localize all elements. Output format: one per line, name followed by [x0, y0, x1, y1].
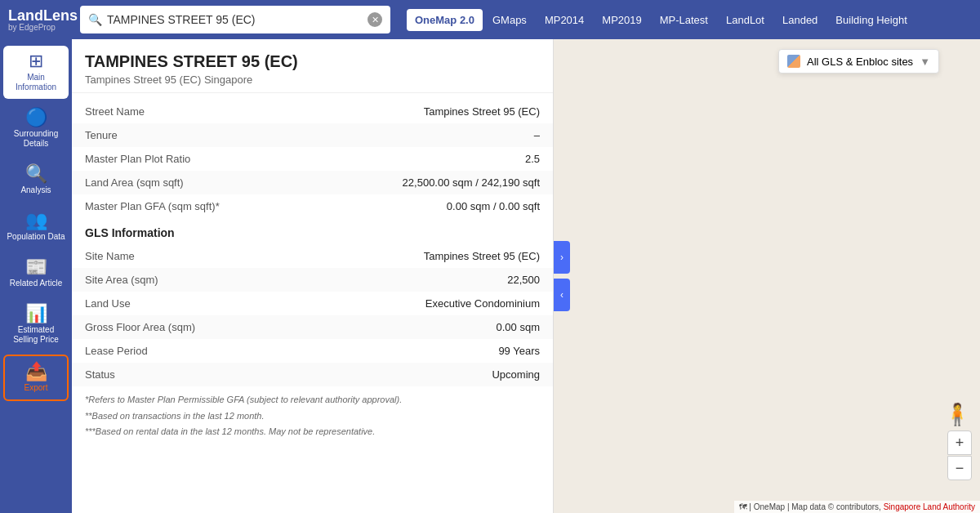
nav-tabs: OneMap 2.0 GMaps MP2014 MP2019 MP-Latest…: [407, 9, 915, 31]
sidebar-label-main-information: Main Information: [7, 73, 65, 92]
sidebar: ⊞ Main Information 🔵 Surrounding Details…: [0, 39, 72, 513]
footnotes: *Refers to Master Plan Permissible GFA (…: [72, 386, 553, 448]
tab-mp2019[interactable]: MP2019: [594, 9, 649, 31]
tab-landlot[interactable]: LandLot: [718, 9, 773, 31]
sidebar-item-related-article[interactable]: 📰 Related Article: [3, 252, 69, 295]
gls-section-header: GLS Information: [72, 218, 553, 244]
info-title: TAMPINES STREET 95 (EC): [85, 52, 540, 71]
main-layout: ⊞ Main Information 🔵 Surrounding Details…: [0, 39, 980, 513]
analysis-icon: 🔍: [25, 165, 47, 183]
gls-label-1: Site Area (sqm): [72, 268, 336, 292]
gls-value-0: Tampines Street 95 (EC): [336, 244, 553, 268]
gls-label-4: Lease Period: [72, 339, 336, 363]
gls-row-0: Site NameTampines Street 95 (EC): [72, 244, 553, 268]
gls-label-5: Status: [72, 363, 336, 386]
basic-label-2: Master Plan Plot Ratio: [72, 147, 336, 171]
basic-row-0: Street NameTampines Street 95 (EC): [72, 100, 553, 123]
basic-label-3: Land Area (sqm sqft): [72, 171, 336, 194]
article-icon: 📰: [25, 258, 47, 276]
basic-row-1: Tenure–: [72, 123, 553, 147]
tab-gmaps[interactable]: GMaps: [484, 9, 535, 31]
info-panel: TAMPINES STREET 95 (EC) Tampines Street …: [72, 39, 554, 513]
panel-expand-button[interactable]: ›: [554, 241, 570, 274]
tab-onemap[interactable]: OneMap 2.0: [407, 9, 483, 31]
gls-row-4: Lease Period99 Years: [72, 339, 553, 363]
map-background: [554, 39, 980, 513]
zoom-controls: + −: [947, 430, 972, 480]
search-bar[interactable]: 🔍 ✕: [80, 6, 390, 33]
map-attribution: 🗺 | OneMap | Map data © contributors, Si…: [734, 501, 980, 513]
map-area[interactable]: 6.4m 129.7m 196.7m 157.3m 107.7m Tampine…: [554, 39, 980, 513]
gls-row-3: Gross Floor Area (sqm)0.00 sqm: [72, 315, 553, 339]
gls-row-2: Land UseExecutive Condominium: [72, 292, 553, 315]
brand-sub: by EdgeProp: [8, 23, 64, 32]
search-clear-button[interactable]: ✕: [368, 12, 382, 27]
brand-name: LandLens: [8, 8, 64, 23]
tab-building-height[interactable]: Building Height: [827, 9, 915, 31]
sidebar-label-related-article: Related Article: [10, 279, 62, 288]
gls-dropdown-chevron: ▼: [920, 56, 930, 68]
tab-landed[interactable]: Landed: [774, 9, 826, 31]
basic-row-3: Land Area (sqm sqft)22,500.00 sqm / 242,…: [72, 171, 553, 194]
gls-dropdown[interactable]: All GLS & Enbloc sites ▼: [778, 49, 939, 74]
sidebar-item-main-information[interactable]: ⊞ Main Information: [3, 46, 69, 99]
street-view-pegman[interactable]: 🧍: [944, 402, 970, 427]
gls-value-5: Upcoming: [336, 363, 553, 386]
info-subtitle: Tampines Street 95 (EC) Singapore: [85, 74, 540, 86]
search-input[interactable]: [107, 13, 368, 26]
footnote-1: **Based on transactions in the last 12 m…: [85, 409, 540, 424]
gls-label-3: Gross Floor Area (sqm): [72, 315, 336, 339]
basic-value-2: 2.5: [336, 147, 553, 171]
surrounding-icon: 🔵: [25, 109, 47, 127]
gls-dropdown-label: All GLS & Enbloc sites: [807, 56, 913, 68]
info-header: TAMPINES STREET 95 (EC) Tampines Street …: [72, 39, 553, 93]
tab-mp-latest[interactable]: MP-Latest: [652, 9, 716, 31]
sidebar-label-export: Export: [24, 383, 48, 393]
gls-color-indicator: [787, 55, 800, 68]
population-icon: 👥: [25, 212, 47, 230]
sidebar-item-analysis[interactable]: 🔍 Analysis: [3, 158, 69, 202]
gls-info-table: Site NameTampines Street 95 (EC)Site Are…: [72, 244, 553, 386]
basic-value-0: Tampines Street 95 (EC): [336, 100, 553, 123]
panel-toggles: › ‹: [554, 241, 570, 311]
sidebar-label-estimated-selling-price: Estimated Selling Price: [7, 325, 65, 345]
basic-value-1: –: [336, 123, 553, 147]
sidebar-item-export[interactable]: 📤 Export: [3, 355, 69, 401]
sidebar-item-surrounding-details[interactable]: 🔵 Surrounding Details: [3, 102, 69, 155]
sidebar-item-estimated-selling-price[interactable]: 📊 Estimated Selling Price: [3, 298, 69, 351]
gls-value-4: 99 Years: [336, 339, 553, 363]
basic-value-3: 22,500.00 sqm / 242,190 sqft: [336, 171, 553, 194]
basic-value-4: 0.00 sqm / 0.00 sqft: [336, 194, 553, 218]
gls-value-3: 0.00 sqm: [336, 315, 553, 339]
basic-label-1: Tenure: [72, 123, 336, 147]
sidebar-label-surrounding-details: Surrounding Details: [7, 129, 65, 149]
gls-value-2: Executive Condominium: [336, 292, 553, 315]
home-icon: ⊞: [29, 52, 43, 70]
attribution-link[interactable]: Singapore Land Authority: [884, 502, 975, 511]
brand-logo: LandLens by EdgeProp: [0, 8, 72, 32]
gls-label-0: Site Name: [72, 244, 336, 268]
basic-label-0: Street Name: [72, 100, 336, 123]
sidebar-label-analysis: Analysis: [20, 185, 51, 195]
tab-mp2014[interactable]: MP2014: [537, 9, 592, 31]
gls-row-5: StatusUpcoming: [72, 363, 553, 386]
gls-label-2: Land Use: [72, 292, 336, 315]
zoom-in-button[interactable]: +: [947, 430, 972, 455]
zoom-out-button[interactable]: −: [947, 456, 972, 480]
basic-info-table: Street NameTampines Street 95 (EC)Tenure…: [72, 100, 553, 218]
basic-row-2: Master Plan Plot Ratio2.5: [72, 147, 553, 171]
gls-row-1: Site Area (sqm)22,500: [72, 268, 553, 292]
search-icon: 🔍: [88, 13, 102, 26]
sidebar-item-population-data[interactable]: 👥 Population Data: [3, 205, 69, 248]
svg-rect-0: [554, 39, 980, 513]
footnote-2: ***Based on rental data in the last 12 m…: [85, 425, 540, 439]
panel-collapse-button[interactable]: ‹: [554, 279, 570, 311]
basic-label-4: Master Plan GFA (sqm sqft)*: [72, 194, 336, 218]
info-scroll-area[interactable]: Street NameTampines Street 95 (EC)Tenure…: [72, 93, 553, 513]
gls-value-1: 22,500: [336, 268, 553, 292]
basic-row-4: Master Plan GFA (sqm sqft)*0.00 sqm / 0.…: [72, 194, 553, 218]
price-icon: 📊: [25, 305, 47, 323]
navbar: LandLens by EdgeProp 🔍 ✕ OneMap 2.0 GMap…: [0, 0, 980, 39]
export-icon: 📤: [25, 363, 47, 381]
sidebar-label-population-data: Population Data: [7, 232, 65, 242]
